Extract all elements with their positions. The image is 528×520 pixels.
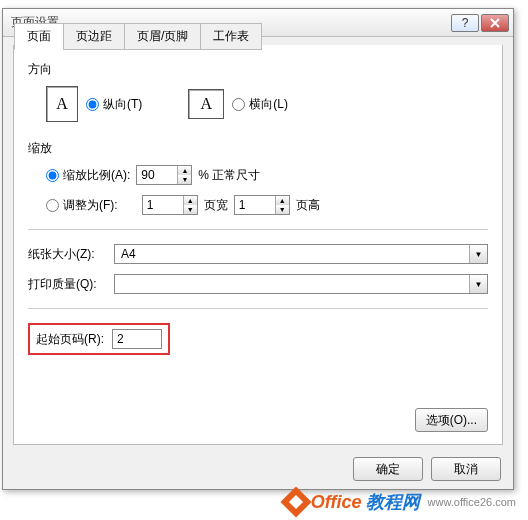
tab-strip: 页面 页边距 页眉/页脚 工作表 [14, 23, 261, 50]
fit-wide-spinner[interactable]: ▲▼ [142, 195, 198, 215]
close-button[interactable] [481, 14, 509, 32]
page-setup-dialog: 页面设置 ? 页面 页边距 页眉/页脚 工作表 方向 A 纵向(T) A [2, 8, 514, 490]
print-quality-label: 打印质量(Q): [28, 276, 106, 293]
watermark: Office教程网 www.office26.com [285, 490, 516, 514]
spinner-up[interactable]: ▲ [184, 196, 197, 205]
paper-size-label: 纸张大小(Z): [28, 246, 106, 263]
fit-tall-suffix: 页高 [296, 197, 320, 214]
tab-margins[interactable]: 页边距 [63, 23, 125, 50]
portrait-radio[interactable]: 纵向(T) [86, 96, 142, 113]
spinner-down[interactable]: ▼ [184, 205, 197, 214]
portrait-icon: A [46, 86, 78, 122]
tab-page[interactable]: 页面 [14, 23, 64, 50]
scale-ratio-radio[interactable]: 缩放比例(A): [46, 167, 130, 184]
scale-ratio-label: 缩放比例(A): [63, 167, 130, 184]
landscape-radio[interactable]: 横向(L) [232, 96, 288, 113]
ok-button[interactable]: 确定 [353, 457, 423, 481]
scale-fit-radio-input[interactable] [46, 199, 59, 212]
scale-ratio-spinner[interactable]: ▲▼ [136, 165, 192, 185]
chevron-down-icon[interactable]: ▼ [469, 275, 487, 293]
spinner-down[interactable]: ▼ [276, 205, 289, 214]
scale-ratio-radio-input[interactable] [46, 169, 59, 182]
fit-wide-input[interactable] [143, 196, 183, 214]
options-button[interactable]: 选项(O)... [415, 408, 488, 432]
landscape-icon: A [188, 89, 224, 119]
scale-ratio-input[interactable] [137, 166, 177, 184]
start-page-input[interactable] [112, 329, 162, 349]
fit-wide-suffix: 页宽 [204, 197, 228, 214]
chevron-down-icon[interactable]: ▼ [469, 245, 487, 263]
print-quality-value [115, 275, 469, 293]
watermark-brand1: Office [311, 492, 362, 513]
office-logo-icon [280, 486, 311, 517]
scaling-label: 缩放 [28, 140, 488, 157]
watermark-url: www.office26.com [428, 496, 516, 508]
portrait-radio-label: 纵向(T) [103, 96, 142, 113]
start-page-label: 起始页码(R): [36, 331, 104, 348]
dialog-footer: 确定 取消 [353, 457, 501, 481]
spinner-up[interactable]: ▲ [276, 196, 289, 205]
fit-tall-input[interactable] [235, 196, 275, 214]
scale-fit-label: 调整为(F): [63, 197, 118, 214]
tab-sheet[interactable]: 工作表 [200, 23, 262, 50]
fit-tall-spinner[interactable]: ▲▼ [234, 195, 290, 215]
dialog-content: 页面 页边距 页眉/页脚 工作表 方向 A 纵向(T) A 横向(L) 缩放 [13, 45, 503, 445]
paper-size-value: A4 [115, 245, 469, 263]
start-page-highlight: 起始页码(R): [28, 323, 170, 355]
print-quality-combo[interactable]: ▼ [114, 274, 488, 294]
landscape-radio-label: 横向(L) [249, 96, 288, 113]
cancel-button[interactable]: 取消 [431, 457, 501, 481]
portrait-radio-input[interactable] [86, 98, 99, 111]
tab-headerfooter[interactable]: 页眉/页脚 [124, 23, 201, 50]
landscape-radio-input[interactable] [232, 98, 245, 111]
scale-ratio-suffix: % 正常尺寸 [198, 167, 260, 184]
paper-size-combo[interactable]: A4 ▼ [114, 244, 488, 264]
spinner-up[interactable]: ▲ [178, 166, 191, 175]
orientation-label: 方向 [28, 61, 488, 78]
spinner-down[interactable]: ▼ [178, 175, 191, 184]
watermark-brand2: 教程网 [366, 490, 420, 514]
scale-fit-radio[interactable]: 调整为(F): [46, 197, 118, 214]
help-button[interactable]: ? [451, 14, 479, 32]
